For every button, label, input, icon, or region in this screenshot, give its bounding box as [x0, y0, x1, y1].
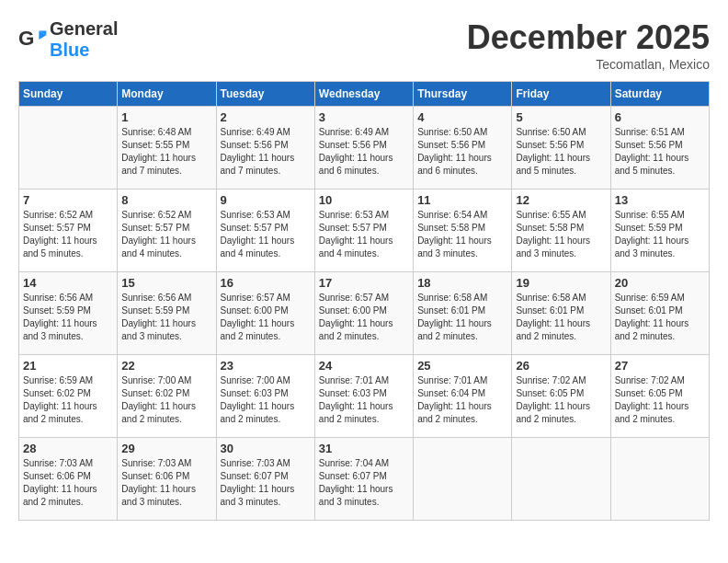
calendar-cell — [610, 438, 709, 521]
calendar-table: SundayMondayTuesdayWednesdayThursdayFrid… — [18, 81, 710, 521]
calendar-cell: 27Sunrise: 7:02 AMSunset: 6:05 PMDayligh… — [610, 355, 709, 438]
day-number: 16 — [221, 276, 311, 290]
day-info: Sunrise: 6:53 AMSunset: 5:57 PMDaylight:… — [319, 209, 409, 260]
day-info: Sunrise: 7:01 AMSunset: 6:04 PMDaylight:… — [417, 374, 507, 426]
calendar-cell: 7Sunrise: 6:52 AMSunset: 5:57 PMDaylight… — [19, 190, 118, 272]
calendar-cell: 20Sunrise: 6:59 AMSunset: 6:01 PMDayligh… — [610, 272, 709, 355]
day-info: Sunrise: 6:52 AMSunset: 5:57 PMDaylight:… — [121, 209, 211, 260]
header-day-thursday: Thursday — [414, 82, 512, 107]
calendar-cell: 23Sunrise: 7:00 AMSunset: 6:03 PMDayligh… — [216, 355, 314, 438]
day-number: 8 — [121, 193, 211, 207]
day-info: Sunrise: 7:01 AMSunset: 6:03 PMDaylight:… — [319, 374, 409, 426]
title-area: December 2025 Tecomatlan, Mexico — [467, 18, 710, 72]
calendar-cell: 21Sunrise: 6:59 AMSunset: 6:02 PMDayligh… — [19, 355, 118, 438]
day-number: 29 — [121, 442, 211, 455]
day-number: 19 — [516, 276, 606, 290]
day-number: 15 — [121, 276, 211, 290]
day-number: 31 — [319, 442, 409, 455]
calendar-cell: 30Sunrise: 7:03 AMSunset: 6:07 PMDayligh… — [216, 438, 314, 521]
calendar-cell: 17Sunrise: 6:57 AMSunset: 6:00 PMDayligh… — [314, 272, 413, 355]
header-day-sunday: Sunday — [19, 82, 118, 107]
calendar-week-row: 7Sunrise: 6:52 AMSunset: 5:57 PMDaylight… — [19, 190, 710, 272]
calendar-week-row: 14Sunrise: 6:56 AMSunset: 5:59 PMDayligh… — [19, 272, 710, 355]
day-number: 14 — [23, 276, 113, 290]
calendar-week-row: 1Sunrise: 6:48 AMSunset: 5:55 PMDaylight… — [19, 107, 710, 190]
calendar-cell: 11Sunrise: 6:54 AMSunset: 5:58 PMDayligh… — [414, 190, 512, 272]
day-number: 17 — [319, 276, 409, 290]
day-number: 26 — [516, 359, 606, 373]
logo-blue: Blue — [50, 40, 89, 60]
calendar-cell: 18Sunrise: 6:58 AMSunset: 6:01 PMDayligh… — [414, 272, 512, 355]
day-info: Sunrise: 6:48 AMSunset: 5:55 PMDaylight:… — [121, 126, 211, 178]
day-info: Sunrise: 6:59 AMSunset: 6:01 PMDaylight:… — [615, 292, 705, 343]
day-number: 18 — [417, 276, 507, 290]
calendar-cell: 12Sunrise: 6:55 AMSunset: 5:58 PMDayligh… — [512, 190, 610, 272]
header-day-tuesday: Tuesday — [216, 82, 314, 107]
day-info: Sunrise: 7:00 AMSunset: 6:03 PMDaylight:… — [221, 374, 311, 426]
day-info: Sunrise: 6:55 AMSunset: 5:58 PMDaylight:… — [516, 209, 606, 260]
header-day-saturday: Saturday — [610, 82, 709, 107]
day-number: 22 — [121, 359, 211, 373]
logo-general: General — [50, 18, 118, 39]
day-number: 13 — [615, 193, 705, 207]
day-info: Sunrise: 6:49 AMSunset: 5:56 PMDaylight:… — [221, 126, 311, 178]
calendar-cell: 26Sunrise: 7:02 AMSunset: 6:05 PMDayligh… — [512, 355, 610, 438]
calendar-cell: 8Sunrise: 6:52 AMSunset: 5:57 PMDaylight… — [118, 190, 216, 272]
day-number: 23 — [221, 359, 311, 373]
month-title: December 2025 — [467, 18, 710, 57]
calendar-cell: 9Sunrise: 6:53 AMSunset: 5:57 PMDaylight… — [216, 190, 314, 272]
calendar-cell: 13Sunrise: 6:55 AMSunset: 5:59 PMDayligh… — [610, 190, 709, 272]
day-number: 25 — [417, 359, 507, 373]
day-info: Sunrise: 6:50 AMSunset: 5:56 PMDaylight:… — [516, 126, 606, 178]
logo: G General Blue — [18, 18, 118, 61]
day-number: 21 — [23, 359, 113, 373]
day-info: Sunrise: 7:02 AMSunset: 6:05 PMDaylight:… — [516, 374, 606, 426]
calendar-cell — [414, 438, 512, 521]
day-number: 1 — [121, 110, 211, 124]
page-header: G General Blue December 2025 Tecomatlan,… — [18, 18, 710, 72]
day-number: 30 — [221, 442, 311, 455]
day-info: Sunrise: 7:02 AMSunset: 6:05 PMDaylight:… — [615, 374, 705, 426]
day-number: 6 — [615, 110, 705, 124]
day-number: 3 — [319, 110, 409, 124]
day-info: Sunrise: 7:03 AMSunset: 6:06 PMDaylight:… — [121, 457, 211, 509]
day-info: Sunrise: 6:57 AMSunset: 6:00 PMDaylight:… — [319, 292, 409, 343]
calendar-cell: 24Sunrise: 7:01 AMSunset: 6:03 PMDayligh… — [314, 355, 413, 438]
calendar-week-row: 28Sunrise: 7:03 AMSunset: 6:06 PMDayligh… — [19, 438, 710, 521]
calendar-cell: 4Sunrise: 6:50 AMSunset: 5:56 PMDaylight… — [414, 107, 512, 190]
calendar-cell: 25Sunrise: 7:01 AMSunset: 6:04 PMDayligh… — [414, 355, 512, 438]
day-info: Sunrise: 7:03 AMSunset: 6:06 PMDaylight:… — [23, 457, 113, 509]
day-info: Sunrise: 6:55 AMSunset: 5:59 PMDaylight:… — [615, 209, 705, 260]
day-number: 4 — [417, 110, 507, 124]
calendar-cell: 16Sunrise: 6:57 AMSunset: 6:00 PMDayligh… — [216, 272, 314, 355]
day-number: 20 — [615, 276, 705, 290]
calendar-cell: 5Sunrise: 6:50 AMSunset: 5:56 PMDaylight… — [512, 107, 610, 190]
day-info: Sunrise: 6:56 AMSunset: 5:59 PMDaylight:… — [23, 292, 113, 343]
day-info: Sunrise: 6:58 AMSunset: 6:01 PMDaylight:… — [516, 292, 606, 343]
day-info: Sunrise: 6:58 AMSunset: 6:01 PMDaylight:… — [417, 292, 507, 343]
logo-icon: G — [18, 25, 48, 54]
day-info: Sunrise: 7:00 AMSunset: 6:02 PMDaylight:… — [121, 374, 211, 426]
day-info: Sunrise: 6:50 AMSunset: 5:56 PMDaylight:… — [417, 126, 507, 178]
day-info: Sunrise: 6:52 AMSunset: 5:57 PMDaylight:… — [23, 209, 113, 260]
day-number: 27 — [615, 359, 705, 373]
day-info: Sunrise: 7:03 AMSunset: 6:07 PMDaylight:… — [221, 457, 311, 509]
calendar-cell — [512, 438, 610, 521]
day-info: Sunrise: 6:51 AMSunset: 5:56 PMDaylight:… — [615, 126, 705, 178]
calendar-cell: 3Sunrise: 6:49 AMSunset: 5:56 PMDaylight… — [314, 107, 413, 190]
location: Tecomatlan, Mexico — [467, 57, 710, 72]
day-number: 2 — [221, 110, 311, 124]
calendar-week-row: 21Sunrise: 6:59 AMSunset: 6:02 PMDayligh… — [19, 355, 710, 438]
day-number: 5 — [516, 110, 606, 124]
calendar-cell: 22Sunrise: 7:00 AMSunset: 6:02 PMDayligh… — [118, 355, 216, 438]
calendar-cell: 15Sunrise: 6:56 AMSunset: 5:59 PMDayligh… — [118, 272, 216, 355]
svg-text:G: G — [18, 27, 34, 50]
calendar-cell: 2Sunrise: 6:49 AMSunset: 5:56 PMDaylight… — [216, 107, 314, 190]
day-number: 28 — [23, 442, 113, 455]
calendar-cell: 19Sunrise: 6:58 AMSunset: 6:01 PMDayligh… — [512, 272, 610, 355]
day-number: 7 — [23, 193, 113, 207]
calendar-header-row: SundayMondayTuesdayWednesdayThursdayFrid… — [19, 82, 710, 107]
day-info: Sunrise: 6:49 AMSunset: 5:56 PMDaylight:… — [319, 126, 409, 178]
calendar-cell: 28Sunrise: 7:03 AMSunset: 6:06 PMDayligh… — [19, 438, 118, 521]
day-number: 11 — [417, 193, 507, 207]
